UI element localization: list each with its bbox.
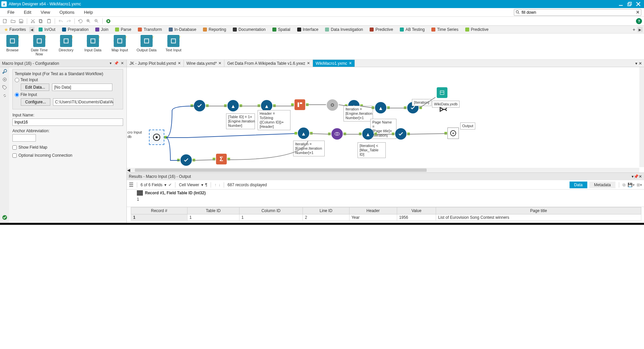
search-clear-icon[interactable]: ✕	[636, 10, 640, 15]
tab-close-icon[interactable]: ✕	[349, 61, 352, 65]
open-icon[interactable]	[10, 18, 16, 24]
run-icon[interactable]	[105, 18, 111, 24]
tool-select-top[interactable]	[194, 100, 205, 111]
optional-incoming-checkbox[interactable]: Optional Incoming Connection	[12, 153, 123, 158]
canvas-horizontal-scrollbar[interactable]: ◀	[127, 168, 639, 172]
nav-left-icon[interactable]: ◀	[29, 27, 35, 32]
menu-help[interactable]: Help	[79, 9, 98, 16]
panel-pin-icon[interactable]: 📌	[114, 61, 119, 66]
anchor-field[interactable]	[12, 134, 36, 142]
search-input[interactable]	[520, 10, 636, 15]
category-reporting[interactable]: Reporting	[200, 27, 229, 32]
tool-summarize[interactable]: Σ	[216, 154, 227, 164]
palette-directory[interactable]: ★Directory	[56, 35, 76, 52]
favorites-tab[interactable]: ★Favorites	[1, 27, 29, 32]
save-icon[interactable]	[18, 18, 24, 24]
category-indatabase[interactable]: In-Database	[165, 27, 200, 32]
paste-icon[interactable]	[46, 18, 52, 24]
col-columnid[interactable]: Column ID	[239, 207, 303, 214]
category-timeseries[interactable]: Time Series	[428, 27, 462, 32]
minimize-button[interactable]	[619, 2, 623, 6]
tag-icon[interactable]	[2, 85, 8, 91]
configure-button[interactable]: Configure...	[21, 98, 50, 106]
menu-view[interactable]: View	[36, 9, 55, 16]
radio-file-input[interactable]: File Input	[15, 92, 121, 97]
tab-close-icon[interactable]: ✕	[218, 61, 221, 65]
tab-wikimacro1yxmc[interactable]: WikiMacro1.yxmc✕	[313, 60, 355, 67]
tool-output[interactable]	[437, 87, 447, 98]
nav-right-icon[interactable]: ▶	[637, 27, 643, 32]
palette-text-input[interactable]: ★Text Input	[163, 35, 184, 52]
workflow-canvas[interactable]: cro Input db [Table ID] = 1+ [Engine.Ite…	[127, 67, 644, 172]
wrench-icon[interactable]	[2, 68, 8, 74]
menu-options[interactable]: Options	[55, 9, 79, 16]
col-header[interactable]: Header	[349, 207, 397, 214]
cellviewer-dropdown-icon[interactable]: ▾	[201, 183, 203, 187]
category-inout[interactable]: In/Out	[35, 27, 59, 32]
restore-button[interactable]	[627, 2, 632, 6]
category-parse[interactable]: Parse	[112, 27, 135, 32]
input-name-field[interactable]	[12, 118, 123, 126]
tabs-close-all-icon[interactable]: ✕	[639, 61, 642, 66]
pilcrow-icon[interactable]: ¶	[205, 183, 207, 187]
list-icon[interactable]: ☰	[129, 182, 133, 188]
tab-close-icon[interactable]: ✕	[307, 61, 310, 65]
category-abtesting[interactable]: AB Testing	[396, 27, 428, 32]
sort-desc-icon[interactable]: ↓	[218, 183, 220, 187]
col-lineid[interactable]: Line ID	[303, 207, 349, 214]
panel-menu-icon[interactable]: ▾	[108, 61, 113, 66]
help-icon[interactable]: ?	[636, 18, 642, 24]
category-preparation[interactable]: Preparation	[59, 27, 92, 32]
data-tab[interactable]: Data	[570, 182, 587, 188]
tab-winedatayxmd[interactable]: Wine data.yxmd*✕	[184, 60, 225, 67]
cut-icon[interactable]	[30, 18, 36, 24]
target-icon[interactable]	[2, 77, 8, 83]
tool-formula-4[interactable]	[375, 102, 386, 113]
col-tableid[interactable]: Table ID	[187, 207, 239, 214]
menu-file[interactable]: File	[3, 9, 19, 16]
category-documentation[interactable]: Documentation	[229, 27, 269, 32]
show-field-map-checkbox[interactable]: Show Field Map	[12, 145, 123, 150]
fields-label[interactable]: 6 of 6 Fields	[141, 183, 162, 187]
palette-map-input[interactable]: ★Map Input	[109, 35, 130, 52]
canvas-vertical-scrollbar[interactable]	[639, 67, 644, 167]
add-category-icon[interactable]: +	[631, 27, 637, 32]
close-button[interactable]	[636, 2, 641, 6]
category-predictive[interactable]: Predictive	[462, 27, 492, 32]
category-spatial[interactable]: Spatial	[269, 27, 294, 32]
tabs-menu-icon[interactable]: ▾	[635, 61, 637, 66]
col-pagetitle[interactable]: Page title	[436, 207, 641, 214]
tool-select-bottom[interactable]	[180, 154, 192, 166]
refresh-icon[interactable]	[77, 18, 84, 24]
copy-results-icon[interactable]: ⧉	[623, 183, 626, 187]
redo-icon[interactable]	[66, 18, 72, 24]
tool-select-mid[interactable]	[395, 128, 407, 140]
tool-formula-2[interactable]	[261, 100, 272, 111]
zoom-out-icon[interactable]	[94, 18, 100, 24]
category-datainvestigation[interactable]: Data Investigation	[322, 27, 366, 32]
col-record[interactable]: Record #	[131, 207, 187, 214]
results-table[interactable]: Record #Table IDColumn IDLine IDHeaderVa…	[131, 207, 641, 221]
category-predictive[interactable]: Predictive	[366, 27, 396, 32]
panel-close-icon[interactable]: ✕	[120, 61, 124, 66]
macro-input-tool[interactable]	[149, 130, 164, 145]
tool-formula-1[interactable]	[227, 100, 239, 111]
category-transform[interactable]: Transform	[135, 27, 165, 32]
table-row[interactable]: 1112Year1956List of Eurovision Song Cont…	[131, 214, 641, 221]
tab-close-icon[interactable]: ✕	[178, 61, 181, 65]
tool-transpose[interactable]	[294, 99, 305, 110]
sort-asc-icon[interactable]: ↑	[214, 183, 216, 187]
col-value[interactable]: Value	[397, 207, 436, 214]
zoom-in-icon[interactable]	[86, 18, 92, 24]
edit-data-button[interactable]: Edit Data...	[21, 84, 49, 91]
results-close-icon[interactable]: ✕	[639, 174, 642, 179]
new-icon[interactable]	[2, 18, 8, 24]
file-path-field[interactable]: C:\Users\TIL\Documents\Data\WikiE	[53, 98, 113, 106]
tab-jkjumpplotbuildyxmd[interactable]: JK - Jump Plot build.yxmd✕	[127, 60, 184, 67]
results-pin-icon[interactable]: 📌	[634, 174, 639, 179]
palette-output-data[interactable]: ★Output Data	[136, 35, 157, 52]
tool-gear[interactable]	[327, 99, 338, 111]
search-box[interactable]: ✕	[514, 9, 641, 16]
save-results-icon[interactable]: 💾▾	[628, 183, 635, 187]
tool-macro-output-arrow[interactable]	[439, 105, 448, 114]
